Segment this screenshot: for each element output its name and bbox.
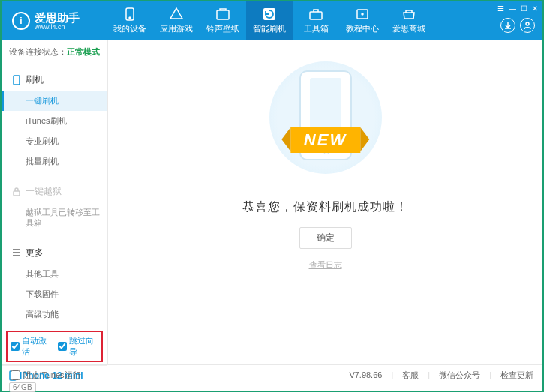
svg-point-7 (526, 22, 529, 25)
sidebar-item-itunes-flash[interactable]: iTunes刷机 (2, 111, 107, 131)
logo-area: i 爱思助手 www.i4.cn (2, 1, 107, 40)
menu-icon (12, 249, 21, 256)
nav-ringtone-wallpaper[interactable]: 铃声壁纸 (200, 1, 246, 40)
brand-name: 爱思助手 (35, 12, 80, 23)
nav-smart-flash[interactable]: 智能刷机 (246, 1, 293, 40)
brand-url: www.i4.cn (35, 23, 80, 31)
main-nav: 我的设备 应用游戏 铃声壁纸 智能刷机 工具箱 教程中心 爱思商城 (107, 1, 542, 40)
phone-icon (12, 75, 21, 85)
nav-store[interactable]: 爱思商城 (386, 1, 432, 40)
window-controls: ☰ — ☐ ✕ (497, 4, 538, 13)
checkbox-auto-activate[interactable]: 自动激活 (11, 335, 52, 358)
checkbox-block-itunes[interactable]: 阻止iTunes运行 (11, 370, 81, 381)
version-label: V7.98.66 (349, 370, 382, 379)
toolbox-icon (309, 7, 323, 21)
sidebar-item-pro-flash[interactable]: 专业刷机 (2, 131, 107, 151)
checkbox-skip-guide[interactable]: 跳过向导 (58, 335, 99, 358)
sidebar-item-advanced[interactable]: 高级功能 (2, 304, 107, 325)
svg-rect-8 (14, 76, 20, 85)
support-link[interactable]: 客服 (402, 370, 419, 381)
wechat-link[interactable]: 微信公众号 (439, 370, 480, 381)
sidebar-section-flash[interactable]: 刷机 (2, 69, 107, 91)
nav-tutorial[interactable]: 教程中心 (339, 1, 386, 40)
jailbreak-note: 越狱工具已转移至工具箱 (2, 202, 107, 233)
nav-toolbox[interactable]: 工具箱 (293, 1, 339, 40)
sidebar-item-batch-flash[interactable]: 批量刷机 (2, 151, 107, 172)
nav-apps-games[interactable]: 应用游戏 (153, 1, 200, 40)
device-storage: 64GB (9, 382, 36, 392)
wallpaper-icon (216, 7, 230, 21)
download-icon[interactable] (500, 18, 515, 33)
options-box: 自动激活 跳过向导 (6, 331, 103, 362)
menu-icon[interactable]: ☰ (497, 4, 504, 13)
phone-icon (123, 7, 137, 21)
nav-my-device[interactable]: 我的设备 (107, 1, 153, 40)
sidebar-section-jailbreak: 一键越狱 (2, 181, 107, 202)
check-update-link[interactable]: 检查更新 (500, 370, 533, 381)
svg-rect-4 (310, 12, 322, 19)
sidebar-item-other-tools[interactable]: 其他工具 (2, 264, 107, 284)
app-header: i 爱思助手 www.i4.cn 我的设备 应用游戏 铃声壁纸 智能刷机 工具箱 (2, 1, 542, 40)
sidebar: 设备连接状态：正常模式 刷机 一键刷机 iTunes刷机 专业刷机 批量刷机 一… (2, 40, 108, 364)
svg-point-6 (362, 13, 363, 15)
lock-icon (12, 187, 21, 196)
apps-icon (170, 7, 183, 21)
phone-illustration: NEW (269, 61, 382, 174)
connection-status: 设备连接状态：正常模式 (2, 40, 107, 64)
success-message: 恭喜您，保资料刷机成功啦！ (242, 199, 408, 215)
confirm-button[interactable]: 确定 (299, 227, 352, 249)
new-banner: NEW (290, 127, 360, 153)
svg-point-1 (129, 17, 131, 19)
main-content: NEW 恭喜您，保资料刷机成功啦！ 确定 查看日志 (108, 40, 542, 364)
logo-icon: i (12, 12, 30, 30)
maximize-button[interactable]: ☐ (521, 4, 527, 13)
store-icon (402, 7, 416, 21)
close-button[interactable]: ✕ (532, 4, 538, 13)
profile-icon[interactable] (520, 18, 535, 33)
sidebar-item-download-firmware[interactable]: 下载固件 (2, 284, 107, 304)
minimize-button[interactable]: — (509, 4, 516, 13)
sidebar-section-more[interactable]: 更多 (2, 242, 107, 264)
svg-rect-9 (14, 191, 20, 196)
refresh-icon (263, 7, 276, 21)
svg-rect-2 (217, 10, 229, 19)
book-icon (356, 7, 369, 21)
view-log-link[interactable]: 查看日志 (309, 259, 342, 271)
sidebar-item-oneclick-flash[interactable]: 一键刷机 (2, 91, 107, 111)
